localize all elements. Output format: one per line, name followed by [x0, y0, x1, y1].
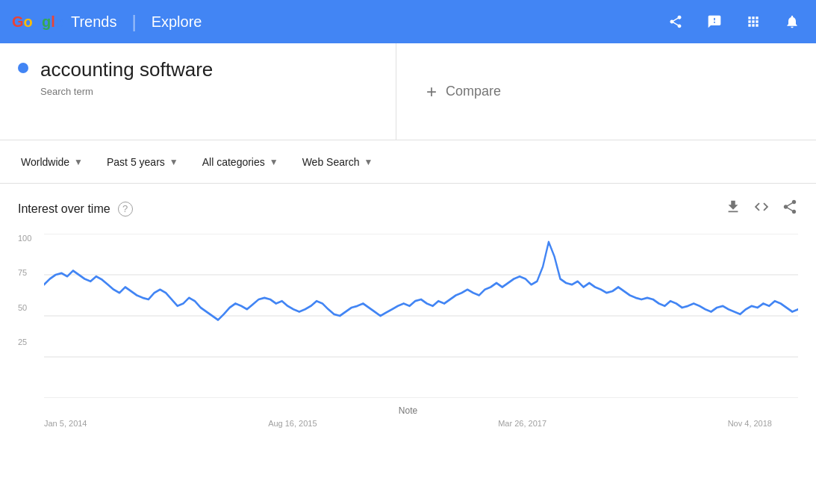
chart-container: 100 75 50 25	[18, 234, 798, 398]
notifications-icon[interactable]	[780, 10, 804, 34]
location-label: Worldwide	[21, 156, 69, 168]
app-header: Google Trends | Explore	[0, 0, 816, 43]
chart-share-icon[interactable]	[782, 199, 798, 219]
y-label-100: 100	[18, 234, 31, 243]
google-text: Google	[12, 13, 63, 31]
search-type-filter[interactable]: Web Search ▼	[293, 150, 382, 174]
header-divider: |	[131, 11, 136, 32]
search-term-content: accounting software Search term	[40, 58, 213, 97]
logo: Google Trends	[12, 13, 116, 31]
x-label-1: Jan 5, 2014	[44, 419, 87, 428]
time-arrow-icon: ▼	[169, 157, 178, 167]
chart-note: Note	[18, 405, 798, 416]
category-filter[interactable]: All categories ▼	[193, 150, 287, 174]
compare-text: Compare	[446, 84, 501, 99]
download-icon[interactable]	[725, 199, 741, 219]
header-icons	[664, 10, 804, 34]
chart-plot-area	[44, 234, 798, 398]
chart-header: Interest over time ?	[18, 199, 798, 219]
feedback-icon[interactable]	[703, 10, 726, 34]
chart-title: Interest over time	[18, 202, 110, 216]
explore-label: Explore	[152, 13, 202, 31]
compare-plus: +	[426, 81, 437, 102]
search-term-text[interactable]: accounting software	[40, 58, 213, 81]
y-label-25: 25	[18, 337, 31, 346]
chart-y-labels: 100 75 50 25	[18, 234, 31, 376]
apps-icon[interactable]	[741, 10, 765, 34]
search-type-arrow-icon: ▼	[364, 157, 373, 167]
time-filter[interactable]: Past 5 years ▼	[98, 150, 187, 174]
search-term-label: Search term	[40, 86, 213, 97]
category-label: All categories	[202, 156, 265, 168]
time-label: Past 5 years	[107, 156, 165, 168]
embed-icon[interactable]	[753, 199, 770, 219]
share-icon[interactable]	[664, 10, 688, 34]
x-labels: Jan 5, 2014 Aug 16, 2015 Mar 26, 2017 No…	[18, 416, 798, 428]
x-label-2: Aug 16, 2015	[268, 419, 317, 428]
trend-chart-svg	[44, 234, 798, 398]
search-dot	[18, 63, 28, 73]
chart-title-area: Interest over time ?	[18, 202, 133, 217]
chart-actions	[725, 199, 798, 219]
x-label-3: Mar 26, 2017	[498, 419, 546, 428]
trends-text: Trends	[71, 13, 117, 31]
location-arrow-icon: ▼	[74, 157, 83, 167]
location-filter[interactable]: Worldwide ▼	[12, 150, 92, 174]
chart-section: Interest over time ?	[0, 184, 816, 443]
y-label-75: 75	[18, 268, 31, 277]
help-icon[interactable]: ?	[118, 202, 133, 217]
x-label-4: Nov 4, 2018	[728, 419, 772, 428]
y-label-50: 50	[18, 303, 31, 312]
search-term-box: accounting software Search term	[0, 43, 396, 140]
filters-bar: Worldwide ▼ Past 5 years ▼ All categorie…	[0, 140, 816, 184]
search-area: accounting software Search term + Compar…	[0, 43, 816, 140]
search-type-label: Web Search	[302, 156, 360, 168]
compare-box[interactable]: + Compare	[396, 43, 816, 140]
category-arrow-icon: ▼	[270, 157, 278, 167]
